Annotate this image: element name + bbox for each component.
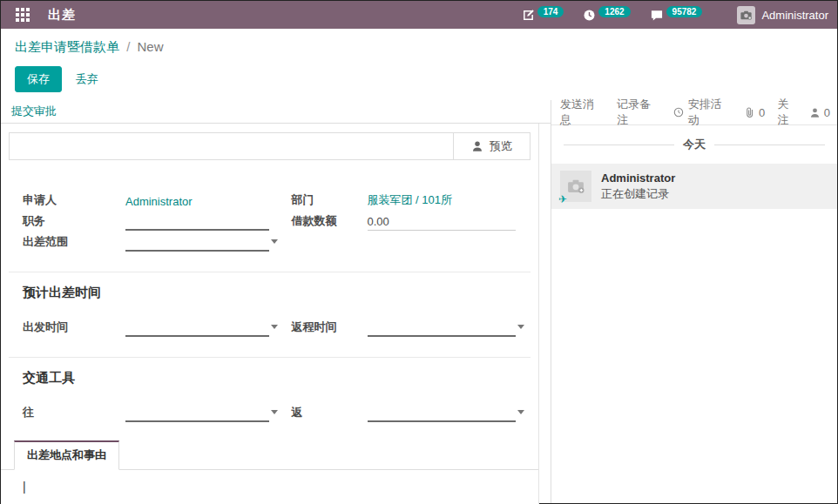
content-area: 提交审批 预览 [1, 100, 837, 503]
field-depart-time: 出发时间 [23, 317, 270, 337]
transport-section-title: 交通工具 [23, 370, 538, 386]
transport-back-label: 返 [292, 405, 368, 422]
tab-travel-location[interactable]: 出差地点和事由 [14, 440, 119, 470]
app-window: 出差 174 1262 95782 [0, 0, 838, 504]
transport-go-label: 往 [23, 405, 125, 422]
clock-icon [673, 106, 684, 118]
job-label: 职务 [23, 213, 125, 231]
attachments-count: 0 [759, 106, 765, 119]
job-input[interactable] [125, 215, 269, 231]
apps-grid-icon [16, 8, 30, 23]
loan-amount-label: 借款数额 [292, 213, 368, 231]
followers-count: 0 [824, 106, 830, 119]
tab-content: | [1, 470, 538, 504]
field-return-time: 返程时间 [292, 317, 539, 337]
transport-go-select[interactable] [125, 407, 269, 422]
chevron-down-icon [271, 325, 278, 329]
applicant-value-link[interactable]: Administrator [125, 195, 269, 210]
travel-time-section-title: 预计出差时间 [23, 285, 538, 301]
user-menu[interactable]: Administrator [737, 6, 828, 24]
record-title-row: 预览 [9, 132, 531, 160]
log-note-button[interactable]: 记录备注 [617, 97, 656, 128]
message-author: Administrator [601, 171, 675, 185]
breadcrumb-separator: / [126, 39, 130, 54]
control-panel: 出差申请暨借款单 / New 保存 丢弃 [1, 29, 837, 100]
field-group-transport: 往 返 [1, 402, 538, 423]
field-transport-go: 往 [23, 402, 270, 422]
record-name-input[interactable] [10, 133, 453, 159]
preview-button-label: 预览 [490, 138, 512, 154]
breadcrumb: 出差申请暨借款单 / New [15, 39, 823, 56]
field-group-time: 出发时间 返程时间 [1, 317, 538, 338]
field-job: 职务 [23, 211, 270, 231]
depart-time-select[interactable] [125, 321, 269, 337]
depart-time-label: 出发时间 [23, 319, 125, 337]
return-time-label: 返程时间 [292, 319, 368, 337]
nav-messages-button[interactable]: 95782 [650, 9, 703, 22]
chevron-down-icon [271, 410, 278, 414]
chatter-message[interactable]: ✈ Administrator 正在创建记录 [551, 164, 837, 209]
field-transport-back: 返 [292, 402, 539, 422]
loan-amount-input[interactable]: 0.00 [368, 215, 516, 231]
messages-count-badge: 95782 [666, 6, 703, 17]
followers-button[interactable]: 0 [809, 106, 830, 119]
field-department: 部门 服装军团 / 101所 [292, 190, 539, 210]
form-pane: 提交审批 预览 [1, 100, 551, 503]
return-time-select[interactable] [368, 321, 516, 337]
travel-scope-select[interactable] [125, 236, 269, 252]
field-applicant: 申请人 Administrator [23, 190, 270, 210]
chatter-pane: 发送消息 记录备注 安排活动 0 关注 [551, 100, 837, 503]
field-loan-amount: 借款数额 0.00 [292, 211, 539, 231]
discard-button[interactable]: 丢弃 [65, 67, 109, 91]
applicant-label: 申请人 [23, 192, 125, 210]
separator [9, 357, 531, 358]
attachments-button[interactable]: 0 [744, 106, 765, 119]
schedule-activity-button[interactable]: 安排活动 [673, 97, 726, 128]
department-value-link[interactable]: 服装军团 / 101所 [368, 192, 516, 210]
submit-approval-button[interactable]: 提交审批 [11, 104, 57, 119]
clock-icon [583, 9, 596, 22]
person-icon [471, 140, 483, 152]
travel-scope-label: 出差范围 [23, 234, 125, 252]
nav-edits-button[interactable]: 174 [522, 9, 564, 22]
nav-activities-button[interactable]: 1262 [583, 9, 630, 22]
notebook: 出差地点和事由 | [1, 440, 538, 504]
department-label: 部门 [292, 192, 368, 210]
apps-menu-button[interactable] [10, 1, 36, 29]
user-name: Administrator [761, 9, 828, 22]
user-avatar [737, 6, 755, 24]
camera-placeholder-icon [566, 177, 585, 196]
save-button[interactable]: 保存 [15, 66, 62, 92]
send-message-button[interactable]: 发送消息 [560, 97, 599, 128]
breadcrumb-parent-link[interactable]: 出差申请暨借款单 [15, 39, 119, 54]
date-divider-label: 今天 [683, 137, 706, 152]
top-navbar: 出差 174 1262 95782 [1, 1, 837, 29]
travel-reason-textarea[interactable]: | [23, 480, 524, 504]
separator [9, 272, 531, 272]
preview-button[interactable]: 预览 [453, 133, 530, 159]
comment-icon [650, 9, 664, 22]
date-divider: 今天 [564, 137, 825, 152]
activities-count-badge: 1262 [598, 6, 630, 17]
control-panel-buttons: 保存 丢弃 [15, 66, 823, 100]
app-title[interactable]: 出差 [48, 7, 76, 24]
chevron-down-icon [517, 410, 524, 414]
chevron-down-icon [517, 325, 524, 329]
transport-back-select[interactable] [368, 407, 516, 422]
chevron-down-icon [271, 239, 278, 244]
plane-icon: ✈ [558, 193, 567, 205]
field-travel-scope: 出差范围 [23, 232, 270, 252]
message-body: Administrator 正在创建记录 [601, 171, 675, 202]
breadcrumb-current: New [138, 39, 164, 54]
person-icon [809, 107, 821, 118]
chatter-toolbar: 发送消息 记录备注 安排活动 0 关注 [551, 100, 837, 125]
field-group-main: 申请人 Administrator 职务 出差范围 [1, 190, 538, 252]
paperclip-icon [744, 106, 755, 118]
form-sheet: 预览 申请人 Administrator 职务 [1, 124, 539, 504]
follow-button[interactable]: 关注 [777, 97, 796, 128]
message-text: 正在创建记录 [601, 186, 675, 202]
tab-strip: 出差地点和事由 [1, 440, 538, 470]
edits-count-badge: 174 [537, 6, 564, 17]
form-statusbar: 提交审批 [1, 100, 551, 124]
schedule-activity-label: 安排活动 [688, 97, 726, 128]
